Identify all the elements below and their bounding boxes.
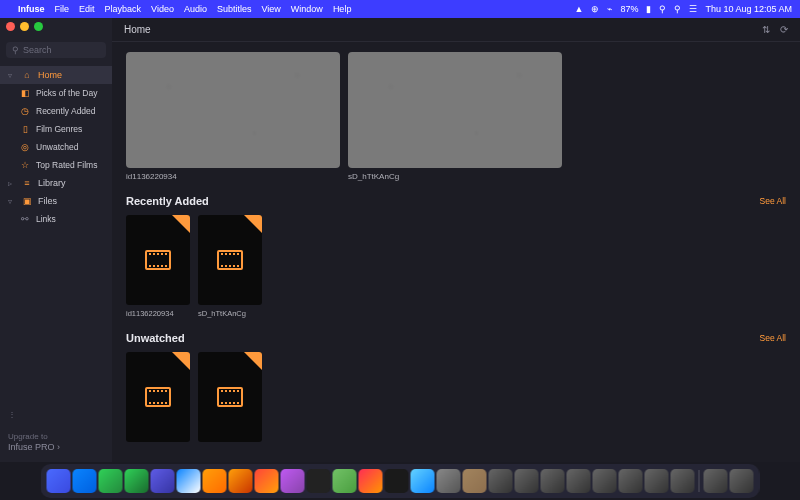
close-window-button[interactable] [6,22,15,31]
media-tile[interactable] [126,352,190,442]
sidebar-item-links[interactable]: ⚯ Links [0,210,112,228]
menu-window[interactable]: Window [291,4,323,14]
dock-app[interactable] [489,469,513,493]
sidebar-item-label: Film Genres [36,124,82,134]
wifi-icon[interactable]: ⚲ [659,4,666,14]
scroll-content: id1136220934 sD_hTtKAnCg Recently Added … [112,42,800,462]
zoom-window-button[interactable] [34,22,43,31]
dock-app-safari[interactable] [73,469,97,493]
dock-app[interactable] [619,469,643,493]
chevron-down-icon: ▿ [8,71,16,80]
macos-dock [41,464,760,498]
menu-edit[interactable]: Edit [79,4,95,14]
hero-row: id1136220934 sD_hTtKAnCg [126,52,786,181]
dock-app-vscode[interactable] [593,469,617,493]
sidebar-item-unwatched[interactable]: ◎ Unwatched [0,138,112,156]
media-tile[interactable]: id1136220934 [126,215,190,318]
bluetooth-icon[interactable]: ⌁ [607,4,612,14]
section-header-recent: Recently Added See All [126,195,786,207]
user-icon[interactable]: ▲ [574,4,583,14]
menu-audio[interactable]: Audio [184,4,207,14]
dock-app[interactable] [671,469,695,493]
chevron-right-icon: ▹ [8,179,16,188]
dock-app-messages[interactable] [99,469,123,493]
see-all-link[interactable]: See All [760,196,786,206]
media-thumb [126,215,190,305]
battery-icon[interactable]: ▮ [646,4,651,14]
eye-icon: ◎ [20,142,30,152]
corner-badge [244,215,262,233]
dock-app-music[interactable] [359,469,383,493]
dock-app[interactable] [229,469,253,493]
dock-app[interactable] [463,469,487,493]
menu-view[interactable]: View [262,4,281,14]
see-all-link[interactable]: See All [760,333,786,343]
dock-app[interactable] [515,469,539,493]
menu-video[interactable]: Video [151,4,174,14]
dock-app[interactable] [151,469,175,493]
more-icon: ⋮ [8,410,104,420]
sidebar-item-label: Picks of the Day [36,88,97,98]
dock-app[interactable] [541,469,565,493]
menu-playback[interactable]: Playback [105,4,142,14]
sidebar: ⚲ Search ▿ ⌂ Home ◧ Picks of the Day ◷ R… [0,18,112,462]
library-icon: ≡ [22,178,32,188]
sort-icon[interactable]: ⇅ [762,24,770,35]
dock-app[interactable] [307,469,331,493]
hero-item: id1136220934 [126,52,340,181]
sidebar-item-recent[interactable]: ◷ Recently Added [0,102,112,120]
dock-trash[interactable] [730,469,754,493]
section-header-unwatched: Unwatched See All [126,332,786,344]
dock-app-vlc[interactable] [645,469,669,493]
search-icon[interactable]: ⚲ [674,4,681,14]
dock-app-tv[interactable] [385,469,409,493]
picks-icon: ◧ [20,88,30,98]
sidebar-item-home[interactable]: ▿ ⌂ Home [0,66,112,84]
dock-app[interactable] [203,469,227,493]
film-icon [217,387,243,407]
sidebar-item-label: Links [36,214,56,224]
sidebar-item-genres[interactable]: ▯ Film Genres [0,120,112,138]
app-name[interactable]: Infuse [18,4,45,14]
sidebar-item-picks[interactable]: ◧ Picks of the Day [0,84,112,102]
dock-downloads[interactable] [704,469,728,493]
dock-app-appstore[interactable] [411,469,435,493]
film-icon [145,387,171,407]
dock-app[interactable] [255,469,279,493]
search-input[interactable]: ⚲ Search [6,42,106,58]
dock-app[interactable] [333,469,357,493]
media-tile[interactable]: sD_hTtKAnCg [198,215,262,318]
minimize-window-button[interactable] [20,22,29,31]
home-icon: ⌂ [22,70,32,80]
sidebar-item-library[interactable]: ▹ ≡ Library [0,174,112,192]
sidebar-item-label: Recently Added [36,106,96,116]
control-center-icon[interactable]: ☰ [689,4,697,14]
corner-badge [244,352,262,370]
page-title: Home [124,24,151,35]
refresh-icon[interactable]: ⟳ [780,24,788,35]
dock-app-facetime[interactable] [125,469,149,493]
hero-card[interactable] [348,52,562,168]
upgrade-promo[interactable]: ⋮ Upgrade to Infuse PRO › [0,402,112,462]
dock-app[interactable] [281,469,305,493]
unwatched-row [126,352,786,442]
sidebar-item-label: Files [38,196,57,206]
copilot-icon[interactable]: ⊕ [591,4,599,14]
hero-item: sD_hTtKAnCg [348,52,562,181]
media-tile[interactable] [198,352,262,442]
dock-app-finder[interactable] [47,469,71,493]
sidebar-item-files[interactable]: ▿ ▣ Files [0,192,112,210]
menu-help[interactable]: Help [333,4,352,14]
chevron-down-icon: ▿ [8,197,16,206]
menu-file[interactable]: File [55,4,70,14]
dock-app-settings[interactable] [437,469,461,493]
sidebar-item-toprated[interactable]: ☆ Top Rated Films [0,156,112,174]
dock-separator [699,470,700,492]
macos-menubar: Infuse File Edit Playback Video Audio Su… [0,0,800,18]
hero-card[interactable] [126,52,340,168]
battery-text[interactable]: 87% [620,4,638,14]
clock[interactable]: Thu 10 Aug 12:05 AM [705,4,792,14]
menu-subtitles[interactable]: Subtitles [217,4,252,14]
dock-app[interactable] [567,469,591,493]
dock-app-mail[interactable] [177,469,201,493]
